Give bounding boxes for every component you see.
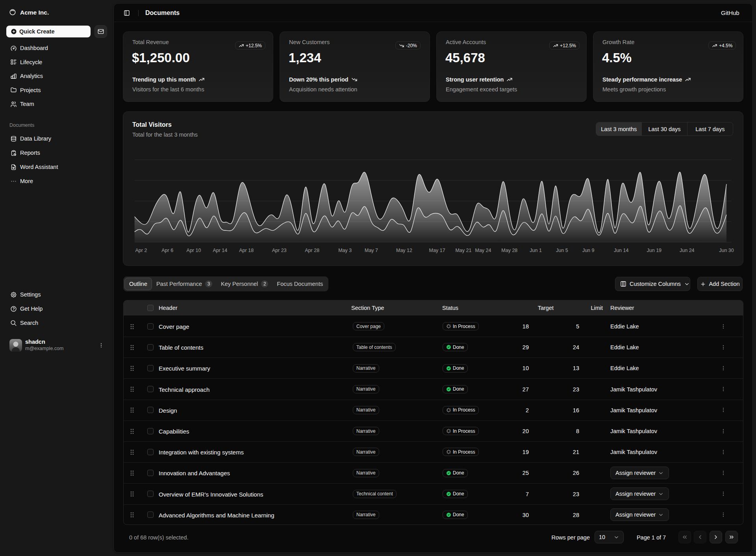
- svg-text:Apr 18: Apr 18: [239, 248, 254, 253]
- svg-text:Apr 2: Apr 2: [135, 248, 147, 253]
- svg-text:Jun 14: Jun 14: [614, 248, 629, 253]
- svg-text:Jun 30: Jun 30: [719, 248, 734, 253]
- svg-text:May 21: May 21: [455, 248, 471, 253]
- svg-text:Apr 23: Apr 23: [272, 248, 287, 253]
- svg-text:May 12: May 12: [396, 248, 412, 253]
- svg-text:May 17: May 17: [429, 248, 445, 253]
- svg-text:Jun 9: Jun 9: [582, 248, 595, 253]
- svg-text:May 24: May 24: [475, 248, 491, 253]
- svg-text:May 7: May 7: [365, 248, 378, 253]
- svg-text:May 28: May 28: [501, 248, 517, 253]
- svg-text:Apr 6: Apr 6: [161, 248, 173, 253]
- svg-text:Jun 5: Jun 5: [556, 248, 568, 253]
- svg-text:Apr 28: Apr 28: [305, 248, 319, 253]
- svg-text:Apr 10: Apr 10: [187, 248, 201, 253]
- svg-text:Jun 1: Jun 1: [530, 248, 542, 253]
- svg-text:May 3: May 3: [338, 248, 352, 253]
- svg-text:Jun 24: Jun 24: [680, 248, 695, 253]
- svg-text:Jun 19: Jun 19: [647, 248, 662, 253]
- svg-text:Apr 14: Apr 14: [213, 248, 227, 253]
